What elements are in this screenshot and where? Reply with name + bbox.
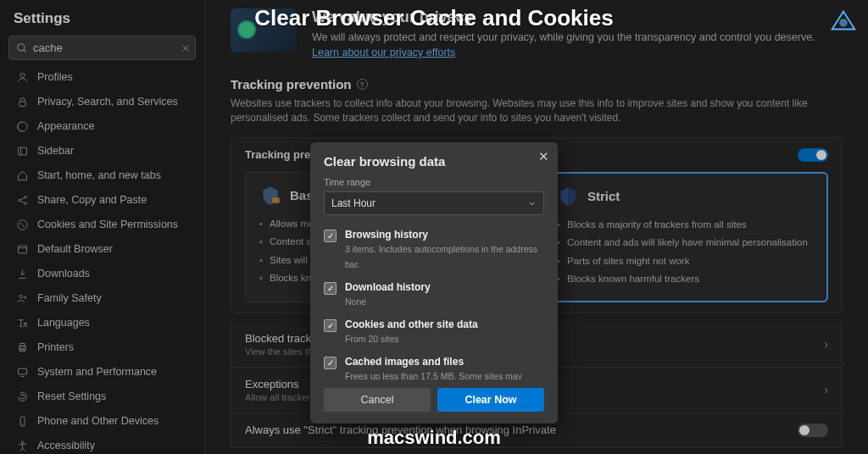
cancel-button[interactable]: Cancel (324, 388, 431, 412)
modal-title: Clear browsing data (324, 154, 544, 169)
checkbox[interactable] (324, 230, 337, 242)
close-icon[interactable]: ✕ (538, 149, 549, 164)
time-range-label: Time range (324, 177, 544, 187)
option-title: Browsing history (345, 229, 539, 241)
checkbox[interactable] (324, 282, 337, 295)
option-title: Download history (345, 281, 431, 293)
clear-option-download-history[interactable]: Download historyNone (324, 276, 539, 313)
clear-option-browsing-history[interactable]: Browsing history3 items. Includes autoco… (324, 224, 539, 276)
clear-option-cookies-and-other-site-data[interactable]: Cookies and other site dataFrom 20 sites (324, 313, 539, 351)
time-range-select[interactable]: Last Hour (324, 191, 544, 215)
clear-option-cached-images-and-files[interactable]: Cached images and filesFrees up less tha… (324, 351, 539, 379)
option-title: Cached images and files (345, 356, 539, 368)
clear-data-modal: ✕ Clear browsing data Time range Last Ho… (310, 142, 558, 424)
chevron-down-icon (527, 199, 537, 208)
option-sub: None (345, 296, 366, 307)
checkbox[interactable] (324, 357, 337, 369)
option-sub: From 20 sites (345, 334, 399, 344)
option-sub: 3 items. Includes autocompletions in the… (345, 244, 537, 269)
option-title: Cookies and other site data (345, 318, 478, 330)
svg-point-0 (839, 19, 848, 27)
checkbox[interactable] (324, 319, 337, 332)
clear-now-button[interactable]: Clear Now (437, 388, 544, 412)
modal-backdrop: ✕ Clear browsing data Time range Last Ho… (0, 0, 868, 454)
site-logo (827, 5, 860, 37)
option-sub: Frees up less than 17.5 MB. Some sites m… (345, 371, 522, 379)
